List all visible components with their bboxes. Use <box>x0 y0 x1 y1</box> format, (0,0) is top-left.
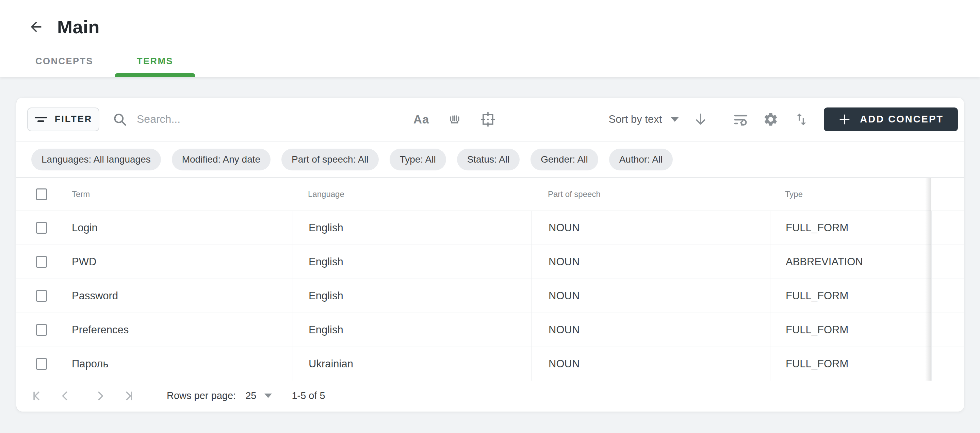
gear-icon <box>763 111 778 127</box>
search-icon <box>112 112 127 127</box>
cell-part-of-speech: NOUN <box>549 324 579 336</box>
sticky-cell <box>931 313 964 347</box>
column-header-language: Language <box>308 189 344 199</box>
chip-languages[interactable]: Languages: All languages <box>31 149 161 170</box>
tab-concepts-label: CONCEPTS <box>35 56 93 67</box>
column-header-type: Type <box>785 189 803 199</box>
chip-status[interactable]: Status: All <box>457 149 520 170</box>
match-case-button[interactable]: Aa <box>412 110 431 129</box>
column-header-part-of-speech: Part of speech <box>548 189 601 199</box>
cell-part-of-speech: NOUN <box>549 290 579 302</box>
filter-chips-row: Languages: All languages Modified: Any d… <box>16 141 964 178</box>
tab-terms-label: TERMS <box>137 56 173 67</box>
cell-part-of-speech: NOUN <box>549 256 579 268</box>
wrap-text-icon <box>733 111 749 128</box>
last-page-icon <box>120 389 135 403</box>
last-page-button[interactable] <box>119 388 135 404</box>
cell-language: English <box>309 222 343 234</box>
cell-type: FULL_FORM <box>786 222 848 234</box>
whole-word-icon <box>447 111 463 127</box>
chip-author[interactable]: Author: All <box>609 149 673 170</box>
toolbar: FILTER Aa <box>16 98 964 141</box>
table-row[interactable]: Preferences English NOUN FULL_FORM <box>16 312 964 347</box>
row-checkbox[interactable] <box>36 256 47 268</box>
add-concept-label: ADD CONCEPT <box>860 114 943 125</box>
sticky-column-header <box>931 178 964 211</box>
chevron-left-icon <box>58 389 73 403</box>
plus-icon <box>838 113 851 126</box>
whole-word-button[interactable] <box>445 110 464 129</box>
rows-per-page-caret-icon[interactable] <box>264 393 272 398</box>
table-row[interactable]: Password English NOUN FULL_FORM <box>16 279 964 312</box>
toolbar-right-group: Sort by text <box>609 108 958 131</box>
active-tab-indicator <box>115 73 195 77</box>
first-page-button[interactable] <box>30 388 46 404</box>
import-export-icon <box>794 111 809 127</box>
filter-button-label: FILTER <box>55 114 92 124</box>
column-header-term: Term <box>72 189 90 199</box>
cell-type: ABBREVIATION <box>786 256 863 268</box>
sticky-cell <box>931 279 964 312</box>
tab-concepts[interactable]: CONCEPTS <box>14 46 115 77</box>
search-input[interactable] <box>137 113 348 125</box>
first-page-icon <box>30 389 46 403</box>
filter-icon <box>34 114 47 125</box>
search-box <box>112 112 361 127</box>
selection-frame-icon <box>480 111 496 128</box>
page-title: Main <box>57 16 100 37</box>
cell-type: FULL_FORM <box>786 290 848 302</box>
cell-language: English <box>309 256 343 268</box>
arrow-down-icon <box>693 111 708 127</box>
table-row[interactable]: PWD English NOUN ABBREVIATION <box>16 244 964 279</box>
sticky-cell <box>931 211 964 244</box>
arrow-left-icon <box>28 19 44 35</box>
table-row[interactable]: Пароль Ukrainian NOUN FULL_FORM <box>16 347 964 381</box>
chip-modified[interactable]: Modified: Any date <box>172 149 270 170</box>
wrap-text-button[interactable] <box>732 111 749 128</box>
import-export-button[interactable] <box>792 111 810 128</box>
cell-language: English <box>309 290 343 302</box>
chip-type[interactable]: Type: All <box>390 149 446 170</box>
pagination-footer: Rows per page: 25 1-5 of 5 <box>16 381 964 411</box>
sort-caret-icon[interactable] <box>671 117 679 122</box>
settings-button[interactable] <box>762 111 780 128</box>
chevron-right-icon <box>92 389 108 403</box>
row-checkbox[interactable] <box>36 358 47 370</box>
table-header-row: Term Language Part of speech Type <box>16 178 964 211</box>
cell-part-of-speech: NOUN <box>549 358 579 370</box>
cell-term: Password <box>72 290 118 302</box>
row-checkbox[interactable] <box>36 324 47 336</box>
rows-per-page-label: Rows per page: <box>167 390 236 401</box>
previous-page-button[interactable] <box>57 388 73 404</box>
back-button[interactable] <box>27 17 46 36</box>
cell-type: FULL_FORM <box>786 324 848 336</box>
page-range-label: 1-5 of 5 <box>292 390 325 401</box>
sticky-cell <box>931 347 964 381</box>
next-page-button[interactable] <box>92 388 108 404</box>
app-header: Main CONCEPTS TERMS <box>0 0 980 77</box>
cell-part-of-speech: NOUN <box>549 222 579 234</box>
cell-language: Ukrainian <box>309 358 353 370</box>
chip-part-of-speech[interactable]: Part of speech: All <box>282 149 379 170</box>
select-all-checkbox[interactable] <box>36 189 47 200</box>
cell-term: PWD <box>72 256 96 268</box>
tab-terms[interactable]: TERMS <box>115 46 195 77</box>
sticky-cell <box>931 245 964 279</box>
exact-match-button[interactable] <box>479 110 498 129</box>
cell-type: FULL_FORM <box>786 358 848 370</box>
chip-gender[interactable]: Gender: All <box>530 149 598 170</box>
tab-bar: CONCEPTS TERMS <box>14 46 195 77</box>
table-row[interactable]: Login English NOUN FULL_FORM <box>16 211 964 244</box>
page-body: FILTER Aa <box>0 77 980 412</box>
row-checkbox[interactable] <box>36 222 47 234</box>
row-checkbox[interactable] <box>36 290 47 302</box>
rows-per-page-select[interactable]: 25 <box>245 390 256 401</box>
sort-by-select[interactable]: Sort by text <box>609 113 662 125</box>
sort-direction-button[interactable] <box>692 111 710 128</box>
add-concept-button[interactable]: ADD CONCEPT <box>824 108 958 131</box>
filter-button[interactable]: FILTER <box>27 108 99 131</box>
cell-term: Пароль <box>72 358 108 370</box>
terms-table: Term Language Part of speech Type Login … <box>16 178 964 381</box>
cell-language: English <box>309 324 343 336</box>
cell-term: Preferences <box>72 324 129 336</box>
